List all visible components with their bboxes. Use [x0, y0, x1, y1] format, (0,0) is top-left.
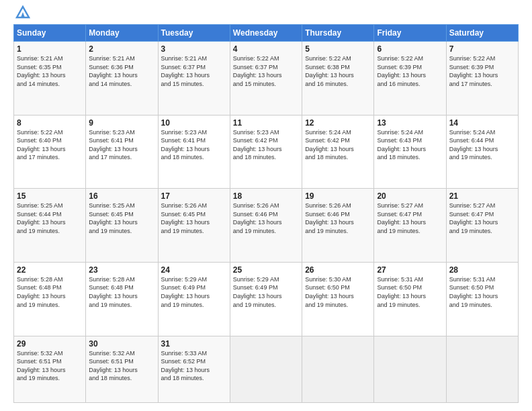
- day-info: Sunrise: 5:26 AM Sunset: 6:46 PM Dayligh…: [233, 201, 299, 235]
- calendar-cell: 31Sunrise: 5:33 AM Sunset: 6:52 PM Dayli…: [158, 336, 230, 403]
- calendar-cell: 21Sunrise: 5:27 AM Sunset: 6:47 PM Dayli…: [446, 189, 518, 263]
- day-info: Sunrise: 5:29 AM Sunset: 6:49 PM Dayligh…: [161, 275, 227, 309]
- day-number: 28: [449, 265, 515, 275]
- logo-icon: [15, 5, 30, 19]
- day-info: Sunrise: 5:33 AM Sunset: 6:52 PM Dayligh…: [161, 349, 227, 383]
- day-number: 27: [377, 265, 443, 275]
- calendar-cell: 18Sunrise: 5:26 AM Sunset: 6:46 PM Dayli…: [230, 189, 302, 263]
- day-info: Sunrise: 5:24 AM Sunset: 6:44 PM Dayligh…: [449, 128, 515, 162]
- day-number: 20: [377, 191, 443, 201]
- day-number: 7: [449, 44, 515, 54]
- weekday-header-friday: Friday: [374, 25, 446, 42]
- calendar-cell: 27Sunrise: 5:31 AM Sunset: 6:50 PM Dayli…: [374, 262, 446, 336]
- day-info: Sunrise: 5:31 AM Sunset: 6:50 PM Dayligh…: [449, 275, 515, 309]
- day-number: 23: [89, 265, 154, 275]
- calendar-cell: 24Sunrise: 5:29 AM Sunset: 6:49 PM Dayli…: [158, 262, 230, 336]
- calendar-cell: 30Sunrise: 5:32 AM Sunset: 6:51 PM Dayli…: [86, 336, 158, 403]
- day-info: Sunrise: 5:25 AM Sunset: 6:45 PM Dayligh…: [89, 201, 154, 235]
- svg-marker-1: [21, 12, 25, 17]
- calendar-cell: [302, 336, 374, 403]
- calendar-cell: 29Sunrise: 5:32 AM Sunset: 6:51 PM Dayli…: [14, 336, 86, 403]
- page: SundayMondayTuesdayWednesdayThursdayFrid…: [0, 0, 532, 411]
- day-number: 18: [233, 191, 299, 201]
- day-info: Sunrise: 5:21 AM Sunset: 6:37 PM Dayligh…: [161, 54, 227, 88]
- day-info: Sunrise: 5:30 AM Sunset: 6:50 PM Dayligh…: [305, 275, 371, 309]
- weekday-header-wednesday: Wednesday: [230, 25, 302, 42]
- day-info: Sunrise: 5:32 AM Sunset: 6:51 PM Dayligh…: [17, 349, 83, 383]
- day-info: Sunrise: 5:28 AM Sunset: 6:48 PM Dayligh…: [89, 275, 154, 309]
- calendar-cell: 12Sunrise: 5:24 AM Sunset: 6:42 PM Dayli…: [302, 115, 374, 189]
- day-info: Sunrise: 5:26 AM Sunset: 6:45 PM Dayligh…: [161, 201, 227, 235]
- weekday-header-saturday: Saturday: [446, 25, 518, 42]
- calendar-cell: 6Sunrise: 5:22 AM Sunset: 6:39 PM Daylig…: [374, 42, 446, 116]
- calendar-cell: 13Sunrise: 5:24 AM Sunset: 6:43 PM Dayli…: [374, 115, 446, 189]
- day-number: 4: [233, 44, 299, 54]
- weekday-header-monday: Monday: [86, 25, 158, 42]
- weekday-header-tuesday: Tuesday: [158, 25, 230, 42]
- calendar-cell: 10Sunrise: 5:23 AM Sunset: 6:41 PM Dayli…: [158, 115, 230, 189]
- calendar-cell: 3Sunrise: 5:21 AM Sunset: 6:37 PM Daylig…: [158, 42, 230, 116]
- calendar-cell: 26Sunrise: 5:30 AM Sunset: 6:50 PM Dayli…: [302, 262, 374, 336]
- day-number: 3: [161, 44, 227, 54]
- day-number: 1: [17, 44, 83, 54]
- calendar-cell: 28Sunrise: 5:31 AM Sunset: 6:50 PM Dayli…: [446, 262, 518, 336]
- calendar-cell: 5Sunrise: 5:22 AM Sunset: 6:38 PM Daylig…: [302, 42, 374, 116]
- day-number: 5: [305, 44, 371, 54]
- day-info: Sunrise: 5:21 AM Sunset: 6:35 PM Dayligh…: [17, 54, 83, 88]
- day-info: Sunrise: 5:22 AM Sunset: 6:39 PM Dayligh…: [377, 54, 443, 88]
- day-info: Sunrise: 5:22 AM Sunset: 6:40 PM Dayligh…: [17, 128, 83, 162]
- calendar-cell: 23Sunrise: 5:28 AM Sunset: 6:48 PM Dayli…: [86, 262, 158, 336]
- calendar-cell: 19Sunrise: 5:26 AM Sunset: 6:46 PM Dayli…: [302, 189, 374, 263]
- calendar-cell: [446, 336, 518, 403]
- logo: [13, 11, 30, 19]
- calendar-cell: 22Sunrise: 5:28 AM Sunset: 6:48 PM Dayli…: [14, 262, 86, 336]
- weekday-header-thursday: Thursday: [302, 25, 374, 42]
- calendar-cell: [230, 336, 302, 403]
- day-number: 11: [233, 118, 299, 128]
- day-info: Sunrise: 5:28 AM Sunset: 6:48 PM Dayligh…: [17, 275, 83, 309]
- calendar-cell: 8Sunrise: 5:22 AM Sunset: 6:40 PM Daylig…: [14, 115, 86, 189]
- day-number: 29: [17, 339, 83, 349]
- calendar-cell: 1Sunrise: 5:21 AM Sunset: 6:35 PM Daylig…: [14, 42, 86, 116]
- day-info: Sunrise: 5:24 AM Sunset: 6:42 PM Dayligh…: [305, 128, 371, 162]
- calendar-table: SundayMondayTuesdayWednesdayThursdayFrid…: [13, 24, 519, 403]
- calendar-cell: [374, 336, 446, 403]
- day-number: 15: [17, 191, 83, 201]
- day-number: 30: [89, 339, 154, 349]
- day-number: 17: [161, 191, 227, 201]
- day-number: 24: [161, 265, 227, 275]
- day-info: Sunrise: 5:22 AM Sunset: 6:39 PM Dayligh…: [449, 54, 515, 88]
- day-number: 31: [161, 339, 227, 349]
- calendar-cell: 4Sunrise: 5:22 AM Sunset: 6:37 PM Daylig…: [230, 42, 302, 116]
- day-number: 25: [233, 265, 299, 275]
- day-number: 6: [377, 44, 443, 54]
- day-info: Sunrise: 5:24 AM Sunset: 6:43 PM Dayligh…: [377, 128, 443, 162]
- day-number: 19: [305, 191, 371, 201]
- calendar-cell: 16Sunrise: 5:25 AM Sunset: 6:45 PM Dayli…: [86, 189, 158, 263]
- calendar-cell: 15Sunrise: 5:25 AM Sunset: 6:44 PM Dayli…: [14, 189, 86, 263]
- day-number: 16: [89, 191, 154, 201]
- day-number: 13: [377, 118, 443, 128]
- day-info: Sunrise: 5:23 AM Sunset: 6:41 PM Dayligh…: [161, 128, 227, 162]
- day-info: Sunrise: 5:29 AM Sunset: 6:49 PM Dayligh…: [233, 275, 299, 309]
- day-number: 10: [161, 118, 227, 128]
- day-info: Sunrise: 5:27 AM Sunset: 6:47 PM Dayligh…: [449, 201, 515, 235]
- calendar-cell: 9Sunrise: 5:23 AM Sunset: 6:41 PM Daylig…: [86, 115, 158, 189]
- calendar-cell: 20Sunrise: 5:27 AM Sunset: 6:47 PM Dayli…: [374, 189, 446, 263]
- day-info: Sunrise: 5:27 AM Sunset: 6:47 PM Dayligh…: [377, 201, 443, 235]
- day-number: 14: [449, 118, 515, 128]
- day-number: 21: [449, 191, 515, 201]
- day-number: 8: [17, 118, 83, 128]
- calendar-cell: 2Sunrise: 5:21 AM Sunset: 6:36 PM Daylig…: [86, 42, 158, 116]
- calendar-cell: 7Sunrise: 5:22 AM Sunset: 6:39 PM Daylig…: [446, 42, 518, 116]
- day-info: Sunrise: 5:22 AM Sunset: 6:37 PM Dayligh…: [233, 54, 299, 88]
- day-number: 9: [89, 118, 154, 128]
- day-number: 26: [305, 265, 371, 275]
- calendar-cell: 11Sunrise: 5:23 AM Sunset: 6:42 PM Dayli…: [230, 115, 302, 189]
- calendar-cell: 17Sunrise: 5:26 AM Sunset: 6:45 PM Dayli…: [158, 189, 230, 263]
- day-number: 22: [17, 265, 83, 275]
- day-info: Sunrise: 5:22 AM Sunset: 6:38 PM Dayligh…: [305, 54, 371, 88]
- day-info: Sunrise: 5:26 AM Sunset: 6:46 PM Dayligh…: [305, 201, 371, 235]
- calendar-cell: 25Sunrise: 5:29 AM Sunset: 6:49 PM Dayli…: [230, 262, 302, 336]
- weekday-header-sunday: Sunday: [14, 25, 86, 42]
